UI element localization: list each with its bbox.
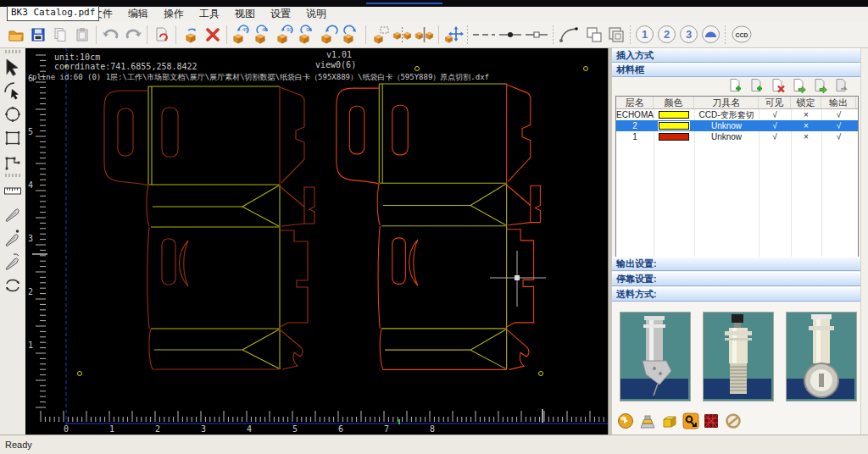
rotate-90-ccw-button[interactable]: 90	[275, 24, 296, 46]
svg-text:90: 90	[287, 27, 292, 32]
document-tab[interactable]: BK3 Catalog.pdf	[7, 6, 99, 21]
layer-row-echomarks[interactable]: ECHOMARKS CCD-变形套切 √ × √	[616, 109, 858, 120]
header-locked: 锁定	[791, 97, 821, 108]
layer-output-flag[interactable]: √	[821, 109, 856, 120]
tool-photo-wheel[interactable]	[786, 312, 857, 401]
arc-tool-button[interactable]	[557, 24, 582, 46]
view-1-button[interactable]: 1	[634, 24, 655, 46]
reload-document-button[interactable]	[151, 24, 172, 46]
drawing-canvas[interactable]: v1.01 view0(6) unit:10cm coordinate:741.…	[25, 48, 608, 435]
menu-settings[interactable]: 设置	[263, 7, 298, 21]
ruler-tool-button[interactable]	[3, 180, 23, 201]
layer-tool: Unknow	[694, 131, 759, 142]
dieline-right[interactable]	[337, 84, 541, 369]
layer-visible-flag[interactable]: √	[759, 131, 791, 142]
menu-edit[interactable]: 编辑	[120, 7, 156, 21]
tool-photo-threaded[interactable]	[703, 312, 774, 401]
layer-export-button[interactable]	[813, 78, 828, 93]
layer-color-swatch[interactable]	[654, 120, 694, 131]
menu-tools[interactable]: 工具	[192, 7, 227, 21]
layer-delete-button[interactable]	[771, 78, 786, 93]
manual-feed-icon[interactable]	[682, 412, 699, 429]
menu-operation[interactable]: 操作	[156, 7, 192, 21]
layer-add-button[interactable]	[728, 78, 743, 93]
select-tool-button[interactable]	[3, 56, 23, 77]
ccd-button[interactable]: CCD	[729, 24, 754, 46]
rotate-ccw-button[interactable]	[319, 24, 340, 46]
layer-output-flag[interactable]: √	[821, 120, 856, 131]
top-strip-accent	[366, 3, 442, 4]
rotate-45-ccw-button[interactable]: 45	[231, 24, 252, 46]
ruler-x-label: 2	[153, 424, 163, 434]
ruler-y-ticks	[36, 55, 46, 407]
toolbar-separator	[553, 25, 554, 44]
knife-arc-tool-button[interactable]	[3, 251, 23, 272]
mirror-vertical-button[interactable]	[414, 24, 435, 46]
import-object-button[interactable]	[180, 24, 201, 46]
line-style-square-button[interactable]	[524, 24, 549, 46]
panel-scrollbar[interactable]	[860, 48, 868, 435]
knife-point-tool-button[interactable]	[3, 227, 23, 248]
view-3-button[interactable]: 3	[678, 24, 699, 46]
section-feed-mode[interactable]: 送料方式:	[612, 287, 865, 302]
dieline-left[interactable]	[104, 86, 314, 369]
redo-button[interactable]	[122, 24, 143, 46]
rotate-45-cw-button[interactable]: 45	[253, 24, 274, 46]
copy-button[interactable]	[49, 24, 70, 46]
arc-select-tool-button[interactable]	[3, 80, 23, 101]
disable-icon[interactable]	[725, 412, 742, 429]
palette-grip	[5, 50, 20, 53]
layer-insert-button[interactable]	[749, 78, 765, 93]
menu-help[interactable]: 说明	[298, 7, 334, 21]
move-object-button[interactable]	[442, 24, 464, 46]
paste-button[interactable]	[71, 24, 92, 46]
rotate-90-cw-button[interactable]: 90	[297, 24, 318, 46]
menu-view[interactable]: 视图	[227, 7, 263, 21]
layer-locked-flag[interactable]: ×	[791, 131, 821, 142]
section-dock-settings[interactable]: 停靠设置:	[612, 272, 865, 286]
section-insert-mode[interactable]: 插入方式	[612, 48, 865, 63]
loop-tool-button[interactable]	[3, 274, 23, 296]
layer-color-swatch[interactable]	[654, 109, 694, 120]
open-file-button[interactable]	[5, 24, 26, 46]
tool-photo-knife[interactable]	[620, 312, 691, 401]
ruler-y-label: 4	[25, 180, 36, 190]
layer-locked-flag[interactable]: ×	[791, 120, 821, 131]
ungroup-button[interactable]	[605, 24, 626, 46]
line-style-dot-button[interactable]	[498, 24, 523, 46]
circle-tool-button[interactable]	[3, 103, 23, 125]
rotate-cw-button[interactable]	[341, 24, 362, 46]
grid-mesh-icon[interactable]	[703, 412, 720, 429]
layer-name: ECHOMARKS	[616, 109, 654, 120]
material-box-icon[interactable]	[661, 412, 678, 429]
layer-output-flag[interactable]: √	[821, 131, 856, 142]
tool-preview-area	[612, 302, 861, 435]
echomark-dots	[78, 67, 588, 376]
line-style-dash-button[interactable]	[471, 24, 497, 46]
rectangle-tool-button[interactable]	[3, 127, 23, 148]
array-copy-button[interactable]	[370, 24, 391, 46]
press-roller-icon[interactable]	[639, 412, 656, 429]
view-2-button[interactable]: 2	[656, 24, 677, 46]
delete-object-button[interactable]	[202, 24, 223, 46]
mirror-horizontal-button[interactable]	[392, 24, 413, 46]
undo-button[interactable]	[100, 24, 121, 46]
section-output-settings[interactable]: 输出设置:	[612, 257, 865, 271]
application-window: 文件 编辑 操作 工具 视图 设置 说明 BK3 Catalog.pdf 45 …	[0, 0, 868, 454]
layer-color-swatch[interactable]	[654, 131, 694, 142]
knife-tool-button[interactable]	[3, 203, 23, 224]
group-button[interactable]	[583, 24, 604, 46]
view-full-button[interactable]	[700, 24, 721, 46]
layer-import-button[interactable]	[792, 78, 807, 93]
feed-sphere-icon[interactable]	[617, 412, 634, 429]
layer-properties-button[interactable]	[834, 78, 849, 93]
save-button[interactable]	[27, 24, 48, 46]
toolbar-separator	[630, 25, 631, 44]
polyline-tool-button[interactable]	[3, 151, 23, 172]
layer-visible-flag[interactable]: √	[759, 109, 791, 120]
section-material-frame[interactable]: 材料框	[612, 63, 865, 77]
layer-row-2-selected[interactable]: 2 Unknow √ × √	[616, 120, 858, 131]
layer-row-1[interactable]: 1 Unknow √ × √	[616, 131, 858, 142]
layer-locked-flag[interactable]: ×	[791, 109, 821, 120]
layer-visible-flag[interactable]: √	[759, 120, 791, 131]
